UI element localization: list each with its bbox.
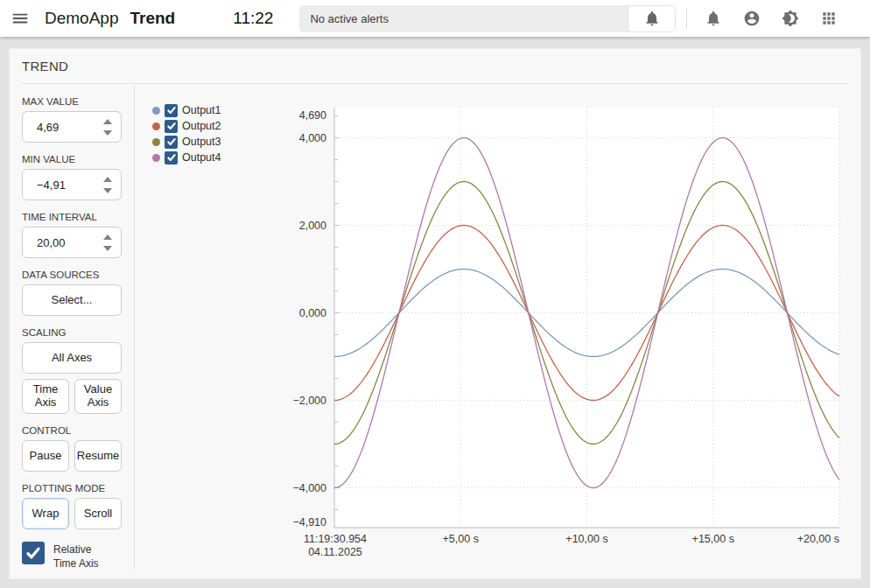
min-value-label: MIN VALUE xyxy=(22,153,122,165)
control-label: CONTROL xyxy=(22,424,122,437)
legend-item-output1: Output1 xyxy=(152,102,221,118)
checkmark-icon xyxy=(166,121,177,131)
y-axis-tick-label: 4,690 xyxy=(299,109,326,122)
control-buttons: Pause Resume xyxy=(22,440,122,472)
sidebar: MAX VALUE MIN VALUE TIME INTERVAL DATA xyxy=(22,85,135,570)
scaling-axis-buttons: Time Axis Value Axis xyxy=(22,379,122,414)
checkmark-icon xyxy=(25,544,42,562)
min-value-arrows xyxy=(98,170,121,200)
apps-grid-icon xyxy=(820,10,838,27)
theme-toggle-button[interactable] xyxy=(771,3,810,34)
min-value-spinbox xyxy=(22,169,122,200)
time-interval-decrement-button[interactable] xyxy=(98,245,117,252)
app-brand: DemoApp xyxy=(45,9,119,28)
time-interval-input[interactable] xyxy=(23,228,98,257)
min-value-increment-button[interactable] xyxy=(98,176,117,183)
legend-checkbox-output2[interactable] xyxy=(165,120,178,133)
legend-checkbox-output3[interactable] xyxy=(165,136,178,149)
y-axis-tick-label: −2,000 xyxy=(292,395,326,407)
y-axis-tick-label: 4,000 xyxy=(299,132,326,144)
user-icon xyxy=(743,10,761,27)
legend-label: Output4 xyxy=(182,151,221,164)
time-interval-arrows xyxy=(98,228,121,257)
hamburger-menu-icon[interactable] xyxy=(11,9,30,28)
user-account-button[interactable] xyxy=(733,3,771,34)
bell-icon xyxy=(643,10,661,27)
x-axis-tick-label: +10,00 s xyxy=(565,533,607,545)
topbar-icon-group xyxy=(694,3,848,34)
relative-time-axis-checkbox[interactable] xyxy=(22,542,45,564)
plotting-mode-buttons: Wrap Scroll xyxy=(22,498,122,529)
legend-color-dot xyxy=(152,154,160,162)
alert-bar[interactable]: No active alerts xyxy=(299,5,676,32)
alert-message: No active alerts xyxy=(299,12,628,25)
bell-icon xyxy=(705,10,722,27)
legend-label: Output3 xyxy=(182,136,221,148)
topbar: DemoApp Trend 11:22 No active alerts xyxy=(0,0,870,37)
legend-item-output4: Output4 xyxy=(152,150,221,165)
x-axis-tick-label: +15,00 s xyxy=(692,533,734,545)
legend-checkbox-output1[interactable] xyxy=(165,104,178,117)
legend-item-output2: Output2 xyxy=(152,118,221,134)
pause-button[interactable]: Pause xyxy=(22,440,69,472)
y-axis-tick-label: −4,910 xyxy=(292,516,326,528)
checkmark-icon xyxy=(166,152,177,163)
data-sources-label: DATA SOURCES xyxy=(22,269,122,281)
relative-time-axis-row: Relative Time Axis xyxy=(22,542,122,570)
resume-button[interactable]: Resume xyxy=(74,440,122,472)
max-value-decrement-button[interactable] xyxy=(98,130,117,136)
x-axis-tick-label: +20,00 s xyxy=(797,533,839,545)
max-value-increment-button[interactable] xyxy=(98,118,117,125)
legend-label: Output2 xyxy=(182,120,221,132)
legend-checkbox-output4[interactable] xyxy=(165,151,178,164)
max-value-label: MAX VALUE xyxy=(22,95,122,108)
y-axis-tick-label: −4,000 xyxy=(292,482,326,494)
page-title: Trend xyxy=(130,9,176,28)
scale-all-axes-button[interactable]: All Axes xyxy=(22,342,122,374)
checkmark-icon xyxy=(166,136,177,147)
max-value-arrows xyxy=(98,112,121,142)
min-value-input[interactable] xyxy=(23,170,98,200)
wrap-mode-button[interactable]: Wrap xyxy=(22,498,69,529)
x-axis-tick-label: +5,00 s xyxy=(443,533,479,545)
alert-bar-bell-button[interactable] xyxy=(628,5,676,32)
max-value-input[interactable] xyxy=(23,112,98,142)
clock: 11:22 xyxy=(233,9,273,28)
time-interval-spinbox xyxy=(22,227,122,258)
checkmark-icon xyxy=(166,105,177,116)
notifications-button[interactable] xyxy=(694,3,733,34)
legend-item-output3: Output3 xyxy=(152,134,221,150)
scaling-label: SCALING xyxy=(22,326,122,339)
max-value-spinbox xyxy=(22,111,122,143)
scale-time-axis-button[interactable]: Time Axis xyxy=(22,379,69,414)
y-axis-tick-label: 2,000 xyxy=(299,220,326,232)
x-axis-start-label: 11:19:30.954 xyxy=(304,533,367,545)
time-interval-label: TIME INTERVAL xyxy=(22,211,122,223)
plotting-mode-label: PLOTTING MODE xyxy=(22,482,122,494)
data-sources-select-button[interactable]: Select... xyxy=(22,284,122,316)
dark-mode-icon xyxy=(782,10,799,27)
scroll-mode-button[interactable]: Scroll xyxy=(74,498,122,529)
chart-legend: Output1Output2Output3Output4 xyxy=(152,102,221,165)
legend-label: Output1 xyxy=(182,104,221,116)
relative-time-axis-label: Relative Time Axis xyxy=(53,542,99,570)
min-value-decrement-button[interactable] xyxy=(98,187,117,194)
panel-title: TREND xyxy=(22,49,848,84)
legend-color-dot xyxy=(152,122,160,130)
scale-value-axis-button[interactable]: Value Axis xyxy=(74,379,122,414)
trend-panel: TREND MAX VALUE MIN VALUE TIME INTERVAL xyxy=(9,48,861,579)
legend-color-dot xyxy=(152,138,160,146)
y-axis-tick-label: 0,000 xyxy=(299,307,326,319)
chart-region: Output1Output2Output3Output4 4,6904,0002… xyxy=(135,85,860,578)
topbar-divider xyxy=(686,8,687,29)
time-interval-increment-button[interactable] xyxy=(98,234,117,241)
legend-color-dot xyxy=(152,107,160,115)
apps-menu-button[interactable] xyxy=(810,3,848,34)
x-axis-start-label: 04.11.2025 xyxy=(308,546,362,558)
chart-canvas[interactable]: 4,6904,0002,0000,000−2,000−4,000−4,91011… xyxy=(135,85,863,580)
